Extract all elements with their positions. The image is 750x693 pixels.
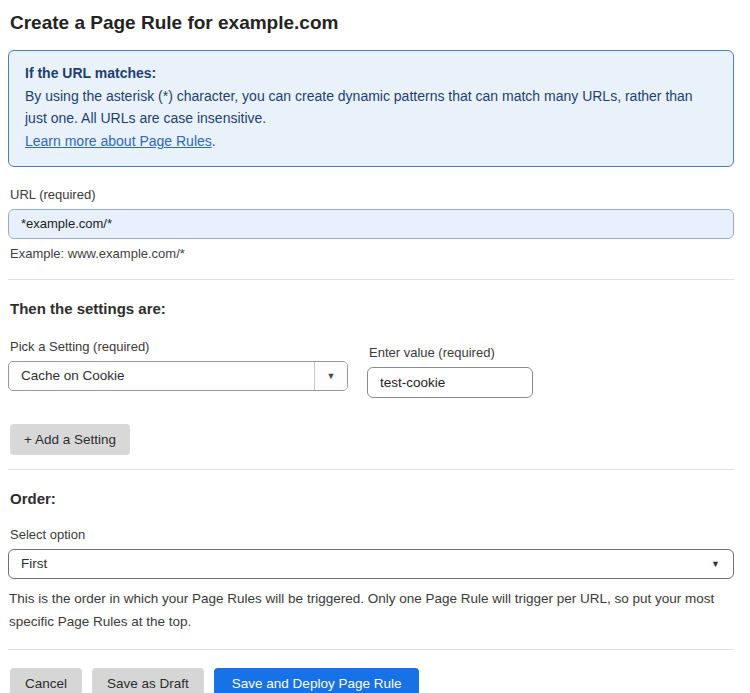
setting-value-input[interactable] (367, 367, 533, 398)
pick-setting-selected-value: Cache on Cookie (9, 362, 314, 390)
cancel-button[interactable]: Cancel (10, 668, 82, 693)
order-select-label: Select option (10, 527, 750, 542)
save-and-deploy-button[interactable]: Save and Deploy Page Rule (214, 668, 420, 693)
divider (8, 279, 734, 280)
enter-value-column: Enter value (required) (367, 339, 533, 398)
info-box-heading: If the URL matches: (25, 62, 717, 85)
learn-more-link[interactable]: Learn more about Page Rules (25, 133, 212, 149)
info-box-link-line: Learn more about Page Rules. (25, 130, 717, 153)
url-field-label: URL (required) (10, 187, 750, 202)
pick-setting-column: Pick a Setting (required) Cache on Cooki… (8, 339, 348, 391)
url-input[interactable] (8, 209, 734, 239)
save-as-draft-button[interactable]: Save as Draft (92, 668, 204, 693)
create-page-rule-form: Create a Page Rule for example.com If th… (0, 0, 750, 693)
divider (8, 649, 734, 650)
order-section-heading: Order: (10, 490, 734, 507)
settings-row: Pick a Setting (required) Cache on Cooki… (8, 339, 734, 398)
pick-setting-label: Pick a Setting (required) (10, 339, 348, 354)
settings-section-heading: Then the settings are: (10, 300, 734, 317)
chevron-down-icon[interactable]: ▼ (314, 362, 347, 390)
add-setting-button[interactable]: + Add a Setting (10, 424, 130, 455)
info-box-body: By using the asterisk (*) character, you… (25, 85, 717, 130)
enter-value-label: Enter value (required) (369, 345, 533, 360)
link-period: . (212, 133, 216, 149)
divider (8, 469, 734, 470)
chevron-down-icon: ▼ (711, 559, 733, 569)
url-matches-info-box: If the URL matches: By using the asteris… (8, 50, 734, 167)
page-title: Create a Page Rule for example.com (10, 12, 734, 34)
order-selected-value: First (9, 556, 711, 571)
order-help-text: This is the order in which your Page Rul… (9, 587, 730, 633)
pick-setting-dropdown[interactable]: Cache on Cookie ▼ (8, 361, 348, 391)
url-example-text: Example: www.example.com/* (10, 246, 734, 261)
footer-actions: Cancel Save as Draft Save and Deploy Pag… (10, 668, 750, 693)
order-dropdown[interactable]: First ▼ (8, 549, 734, 579)
